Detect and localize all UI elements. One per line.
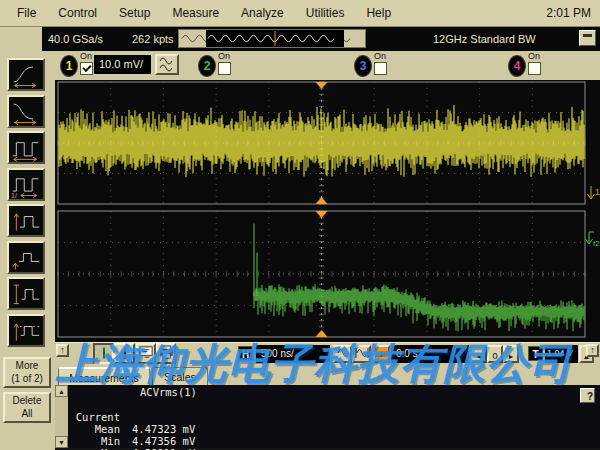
v-top-icon: [9, 279, 43, 308]
delay-right-button[interactable]: ►: [503, 345, 519, 363]
acquisition-preview-bar[interactable]: [178, 29, 366, 48]
delete-all-button[interactable]: Delete All: [3, 392, 51, 423]
channel-1-on-checkbox[interactable]: [80, 62, 93, 75]
svg-text:f2: f2: [593, 239, 600, 248]
trigger-menu-button[interactable]: T: [528, 346, 543, 361]
clock: 2:01 PM: [546, 6, 600, 20]
menu-file[interactable]: File: [6, 6, 47, 20]
channel-3-group: 3 On: [354, 51, 394, 80]
channel-1-badge[interactable]: 1: [60, 55, 78, 77]
svg-text:1: 1: [595, 187, 600, 197]
wave-window-icon: [355, 347, 369, 359]
channel-3-on-label: On: [374, 51, 386, 61]
more-measurements-button[interactable]: More (1 of 2): [3, 357, 51, 388]
measure-fall-time-button[interactable]: [7, 95, 45, 128]
measurement-row-mean: Mean 4.47356 mV: [68, 411, 600, 423]
zoom-horizontal-button[interactable]: [333, 345, 352, 363]
svg-text:1/: 1/: [11, 192, 17, 199]
measurements-scroll-down-button[interactable]: ▼: [55, 436, 68, 448]
measurement-source-label: ACVrms(1): [140, 386, 197, 398]
channel-1-group: 1 On 10.0 mV/: [60, 51, 185, 80]
scroll-up-right-button[interactable]: ↑: [586, 344, 599, 357]
minimize-icon: [583, 34, 592, 37]
channel-2-badge[interactable]: 2: [198, 55, 216, 77]
channel-1-trace: [59, 105, 584, 177]
measure-negative-width-button[interactable]: [7, 241, 45, 274]
run-button[interactable]: [93, 343, 114, 364]
measurement-row-min: Min 4.39911 mV: [68, 423, 600, 435]
run-icon: [103, 347, 105, 359]
measurements-scroll-up-button[interactable]: ▲: [55, 385, 68, 397]
measurement-sidebar: 1/ More (1: [0, 27, 55, 450]
timebase-display[interactable]: 500 ns/: [256, 345, 330, 363]
channel-2-number: 2: [204, 59, 211, 73]
channel-2-on-checkbox[interactable]: [218, 62, 231, 75]
tab-scales[interactable]: Scales: [152, 367, 208, 385]
channel-4-on-label: On: [528, 51, 540, 61]
horizontal-menu-button[interactable]: H: [238, 346, 253, 361]
menu-help[interactable]: Help: [355, 6, 402, 20]
bandwidth-label: 12GHz Standard BW: [433, 33, 536, 45]
waveform-display-area[interactable]: 1f2: [55, 80, 600, 342]
tab-measurements[interactable]: Measurements: [58, 367, 150, 385]
channel-3-badge[interactable]: 3: [354, 55, 372, 77]
help-button[interactable]: ?: [580, 388, 595, 403]
delay-left-button[interactable]: ◄: [471, 345, 487, 363]
v-base-icon: [9, 316, 43, 345]
measure-period-button[interactable]: [7, 131, 45, 164]
clear-display-button[interactable]: [136, 343, 156, 364]
menu-analyze[interactable]: Analyze: [230, 6, 295, 20]
delete-button-label2: All: [21, 408, 32, 419]
frequency-icon: 1/: [9, 170, 43, 199]
channel-2-group: 2 On: [198, 51, 238, 80]
print-button[interactable]: [156, 343, 176, 364]
delay-zero-button[interactable]: 0: [487, 345, 503, 363]
horizontal-toolbar: ↑ H 500 ns/ ↑ 0.0 s ◄ 0 ► T 1.04 V: [55, 342, 600, 365]
channel-4-on-checkbox[interactable]: [528, 62, 541, 75]
function-2-trace: [254, 224, 584, 332]
channel-1-coupling-button[interactable]: [155, 54, 179, 75]
delay-display[interactable]: 0.0 s: [391, 345, 469, 363]
channel-1-scale-display[interactable]: 10.0 mV/: [94, 55, 151, 74]
acquisition-status-bar: 40.0 GSa/s 262 kpts 12GHz Standard BW: [42, 27, 600, 51]
menu-setup[interactable]: Setup: [108, 6, 161, 20]
measure-rise-time-button[interactable]: [7, 58, 45, 91]
menu-control[interactable]: Control: [47, 6, 108, 20]
menu-measure[interactable]: Measure: [161, 6, 230, 20]
channel-4-badge[interactable]: 4: [508, 55, 526, 77]
trigger-position-button[interactable]: ↑: [373, 345, 390, 363]
period-icon: [9, 133, 43, 162]
oscilloscope-window: File Control Setup Measure Analyze Utili…: [0, 0, 600, 450]
trigger-level-display[interactable]: 1.04 V: [545, 345, 578, 363]
waveform-preview-icon: [179, 30, 365, 47]
positive-width-icon: [9, 206, 43, 235]
wave-small-icon: [336, 347, 350, 359]
channel-3-number: 3: [360, 59, 367, 73]
measure-v-base-button[interactable]: [7, 314, 45, 347]
delete-button-label1: Delete: [13, 395, 42, 406]
menu-utilities[interactable]: Utilities: [295, 6, 356, 20]
stop-icon: [124, 347, 126, 359]
scroll-up-left-button[interactable]: ↑: [56, 344, 69, 357]
negative-width-icon: [9, 243, 43, 272]
rise-time-icon: [9, 60, 43, 89]
zoom-window-button[interactable]: [352, 345, 371, 363]
channel-1-level-marker-icon: 1: [588, 186, 600, 199]
measurements-scrollbar[interactable]: ▲ ▼: [55, 385, 68, 448]
measurements-panel: ACVrms(1) Current 4.47323 mV Mean 4.4735…: [68, 385, 600, 448]
measure-v-top-button[interactable]: [7, 277, 45, 310]
menu-bar: File Control Setup Measure Analyze Utili…: [0, 0, 600, 27]
sample-rate: 40.0 GSa/s: [48, 33, 103, 45]
minimize-button[interactable]: [579, 30, 596, 46]
measure-frequency-button[interactable]: 1/: [7, 168, 45, 201]
measure-positive-width-button[interactable]: [7, 204, 45, 237]
more-button-label: More: [16, 360, 39, 371]
function-2-level-marker-icon: f2: [586, 232, 600, 248]
scope-graticule: 1f2: [55, 80, 600, 342]
channel-4-group: 4 On: [508, 51, 548, 80]
stop-button[interactable]: [114, 343, 135, 364]
channel-1-number: 1: [66, 59, 73, 73]
results-tab-bar: Measurements Scales: [55, 365, 600, 385]
channel-3-on-checkbox[interactable]: [374, 62, 387, 75]
ac-coupling-icon: [157, 56, 177, 73]
